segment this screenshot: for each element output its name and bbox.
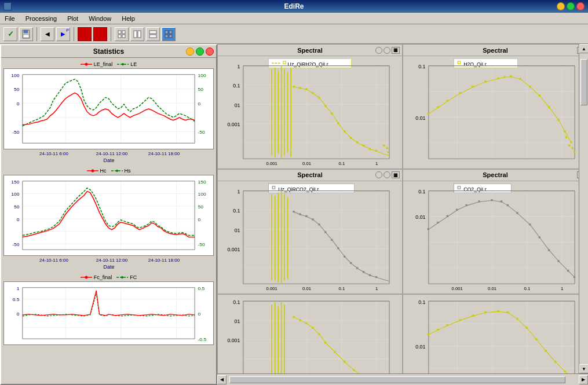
svg-text:0: 0 [198, 101, 200, 107]
svg-rect-144 [383, 145, 385, 146]
svg-text:0.01: 0.01 [488, 286, 496, 291]
stop-red2-button[interactable] [93, 27, 107, 41]
svg-text:24-10-11 6:00: 24-10-11 6:00 [39, 258, 68, 263]
scroll-up-button[interactable]: ▲ [579, 44, 588, 53]
spectral-panel-uz-h2o: Spectral ▦ Uz_QiRH2O_QiLr [217, 44, 403, 169]
app-icon [3, 2, 12, 10]
panel-minimize-button[interactable] [186, 47, 194, 56]
svg-rect-263 [539, 236, 540, 238]
statistics-panel: Statistics LE_final LE [0, 44, 217, 385]
checkmark-button[interactable]: ✓ [3, 27, 17, 41]
panel-controls [186, 47, 214, 56]
svg-rect-338 [564, 371, 565, 372]
panel-close-button[interactable] [206, 47, 214, 56]
svg-text:100: 100 [11, 192, 20, 197]
sp-icon-btn-3[interactable]: ▦ [392, 171, 400, 178]
hc-label: Hc [100, 168, 107, 174]
forward-button[interactable]: ▶ P [56, 27, 70, 41]
menu-bar: File Processing Plot Window Help [0, 13, 588, 24]
svg-text:0.01: 0.01 [415, 214, 425, 220]
svg-text:50: 50 [198, 87, 203, 93]
svg-rect-6 [122, 35, 125, 38]
grid1-button[interactable] [115, 27, 129, 41]
fc-legend-item: FC [116, 274, 137, 280]
svg-text:0.1: 0.1 [233, 299, 240, 305]
svg-rect-133 [312, 92, 313, 94]
hs-legend-item: Hs [111, 168, 131, 174]
svg-text:24-10-11 12:00: 24-10-11 12:00 [96, 151, 127, 156]
close-button[interactable] [576, 2, 585, 10]
menu-help[interactable]: Help [119, 14, 137, 23]
spectral-content-5[interactable]: 0.1 01 0.001 0.001 0.01 0.1 1 [218, 295, 402, 373]
fc-final-label: Fc_final [94, 274, 112, 280]
spectral-content-4[interactable]: CO2_QiLr [403, 181, 587, 294]
svg-rect-183 [572, 147, 574, 149]
minimize-button[interactable] [557, 2, 565, 10]
svg-text:0.1: 0.1 [233, 83, 240, 89]
svg-text:0.1: 0.1 [338, 161, 345, 166]
scroll-thumb[interactable] [580, 59, 587, 105]
svg-rect-138 [344, 131, 345, 133]
menu-processing[interactable]: Processing [23, 14, 59, 23]
stop-red1-button[interactable] [78, 27, 92, 41]
svg-rect-135 [324, 105, 326, 107]
spectral-title-4: Spectral [483, 171, 507, 178]
svg-text:0.5: 0.5 [13, 298, 20, 303]
sp-close-btn-1[interactable] [384, 47, 390, 54]
spectral-content-1[interactable]: Uz_QiRH2O_QiLr [218, 56, 402, 168]
vertical-scrollbar[interactable]: ▲ ▼ [579, 44, 588, 373]
grid3-button[interactable] [146, 27, 160, 41]
scroll-left-button[interactable]: ◀ [217, 375, 227, 384]
panel-maximize-button[interactable] [196, 47, 204, 56]
svg-rect-296 [305, 322, 307, 324]
fc-chart[interactable]: 1 0.5 0 0.5 0 -0.5 [3, 281, 214, 345]
svg-rect-227 [363, 271, 364, 273]
svg-rect-134 [318, 97, 320, 98]
svg-rect-139 [350, 137, 352, 139]
svg-rect-137 [337, 122, 339, 124]
scroll-down-button[interactable]: ▼ [579, 364, 588, 373]
menu-window[interactable]: Window [86, 14, 114, 23]
le-legend-item: LE [117, 61, 137, 67]
svg-text:1: 1 [237, 189, 240, 195]
menu-plot[interactable]: Plot [65, 14, 81, 23]
maximize-button[interactable] [567, 2, 575, 10]
svg-text:0.001: 0.001 [452, 286, 463, 291]
svg-text:1: 1 [375, 161, 378, 166]
svg-rect-334 [526, 327, 528, 328]
spectral-content-6[interactable]: 0.1 0.01 0.001 0.01 0.1 1 [403, 295, 587, 373]
menu-file[interactable]: File [2, 14, 17, 23]
back-button[interactable]: ◀ [41, 27, 54, 41]
sp-min-btn-3[interactable] [375, 171, 382, 178]
svg-rect-175 [529, 86, 531, 87]
spectral-panel-co2: Spectral ▦ CO2_QiLr [403, 169, 588, 294]
svg-rect-11 [165, 31, 168, 34]
svg-rect-330 [484, 311, 486, 313]
svg-rect-222 [331, 239, 333, 241]
le-chart[interactable]: 100 50 0 -50 100 50 0 -50 [3, 68, 214, 149]
svg-rect-328 [459, 319, 461, 321]
sp-close-btn-3[interactable] [384, 171, 390, 178]
svg-rect-337 [554, 361, 556, 362]
svg-rect-253 [437, 222, 439, 223]
scroll-right-button[interactable]: ▶ [579, 375, 588, 384]
spectral-content-2[interactable]: H2O_QiLr [403, 56, 587, 168]
h-scroll-thumb[interactable] [229, 376, 565, 383]
sp-min-btn-1[interactable] [375, 47, 382, 54]
spectral-header-4: Spectral ▦ [403, 170, 587, 181]
sp-icon-btn-1[interactable]: ▦ [392, 47, 400, 54]
spectral-panel-h2o: Spectral ▦ H2O_QiLr [403, 44, 588, 169]
spectral-content-3[interactable]: Uz_QiRCO2_QiLr [218, 181, 402, 294]
grid4-button[interactable] [162, 27, 176, 41]
grid2-button[interactable] [130, 27, 144, 41]
hc-chart[interactable]: 150 100 50 0 -50 150 100 50 0 -50 [3, 175, 214, 256]
svg-rect-252 [428, 228, 429, 230]
save-button[interactable] [19, 27, 33, 41]
svg-text:0.1: 0.1 [418, 64, 425, 69]
svg-text:0: 0 [198, 217, 200, 222]
spectral-controls-1: ▦ [375, 47, 400, 54]
statistics-header: Statistics [1, 45, 216, 58]
svg-rect-258 [491, 199, 492, 201]
svg-text:24-10-11 6:00: 24-10-11 6:00 [39, 151, 68, 156]
spectral-header-1: Spectral ▦ [218, 45, 402, 56]
